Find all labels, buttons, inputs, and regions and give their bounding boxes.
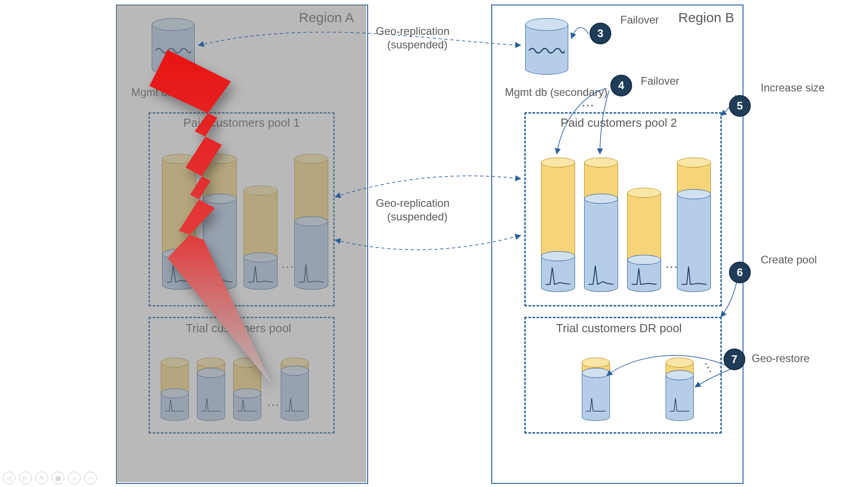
step-5-badge: 5 [729,95,751,117]
outage-lightning-icon [136,50,281,385]
geo-rep-2-label: Geo-replication [376,197,450,210]
pen-button[interactable]: ✎ [35,472,48,484]
mgmt-db-b [525,18,568,75]
more-button[interactable]: ⋯ [84,472,97,484]
step-6-badge: 6 [729,262,751,283]
geo-rep-2-sub: (suspended) [387,210,447,223]
step-4-badge: 4 [610,75,632,96]
step-7-badge: 7 [724,349,745,370]
step-5-label: Increase size [761,81,825,94]
mgmt-db-b-label: Mgmt db (secondary) [505,86,608,99]
trial-dr-pool-title: Trial customers DR pool [556,321,682,335]
pool2-tube [677,158,711,292]
geo-rep-1-label: Geo-replication [376,25,450,38]
diagram-stage: Region A Mgmt db (primary) Paid customer… [0,0,868,487]
region-b-title: Region B [678,10,734,25]
step-3-label: Failover [620,14,659,26]
step-6-label: Create pool [761,253,817,266]
zoom-button[interactable]: ⌕ [68,472,81,484]
step-3-badge: 3 [590,23,611,44]
pool2-tube [584,158,618,292]
pool2-tube [627,188,661,292]
dr-tube [666,358,694,421]
next-slide-button[interactable]: ▷ [19,472,32,484]
step-7-label: Geo-restore [752,352,810,365]
prev-slide-button[interactable]: ◁ [3,472,15,484]
all-slides-button[interactable]: ▦ [52,472,64,484]
paid-pool-2-title: Paid customers pool 2 [561,116,677,130]
step-4-label: Failover [641,75,679,87]
geo-rep-1-sub: (suspended) [387,38,447,51]
presentation-toolbar: ◁ ▷ ✎ ▦ ⌕ ⋯ [3,472,97,484]
pool2-tube [541,158,575,292]
dr-tube [582,358,610,421]
